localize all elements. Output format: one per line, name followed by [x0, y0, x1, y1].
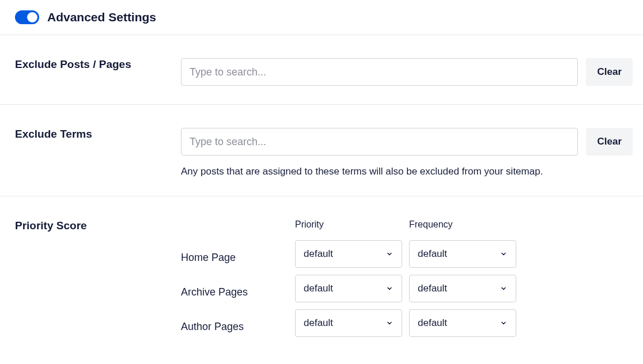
frequency-select-archive-value: default — [418, 283, 447, 294]
priority-select-archive-value: default — [304, 283, 333, 294]
priority-row-home: Home Page — [181, 240, 295, 275]
chevron-down-icon — [385, 285, 394, 293]
chevron-down-icon — [500, 319, 508, 327]
priority-row-labels: Home Page Archive Pages Author Pages — [181, 219, 295, 344]
exclude-posts-clear-button[interactable]: Clear — [586, 58, 633, 86]
priority-select-home[interactable]: default — [295, 240, 402, 268]
priority-select-home-value: default — [304, 248, 333, 260]
exclude-terms-helper: Any posts that are assigned to these ter… — [181, 166, 633, 177]
exclude-terms-search-input[interactable] — [181, 128, 578, 156]
chevron-down-icon — [385, 250, 394, 258]
advanced-settings-title: Advanced Settings — [47, 10, 156, 24]
frequency-select-author[interactable]: default — [409, 309, 516, 337]
chevron-down-icon — [385, 319, 394, 327]
exclude-posts-label: Exclude Posts / Pages — [15, 58, 169, 86]
exclude-terms-clear-button[interactable]: Clear — [586, 128, 633, 156]
advanced-settings-toggle[interactable] — [15, 10, 39, 24]
priority-column-header: Priority — [295, 219, 402, 234]
priority-select-author[interactable]: default — [295, 309, 402, 337]
advanced-settings-header: Advanced Settings — [0, 0, 643, 35]
frequency-select-author-value: default — [418, 317, 447, 329]
frequency-select-home-value: default — [418, 248, 447, 260]
exclude-posts-content: Clear — [181, 58, 633, 86]
priority-row-author: Author Pages — [181, 309, 295, 344]
priority-select-archive[interactable]: default — [295, 275, 402, 302]
frequency-select-archive[interactable]: default — [409, 275, 516, 302]
frequency-column: Frequency default default default — [409, 219, 516, 344]
exclude-terms-label: Exclude Terms — [15, 128, 169, 177]
section-exclude-terms: Exclude Terms Clear Any posts that are a… — [0, 105, 643, 196]
section-exclude-posts: Exclude Posts / Pages Clear — [0, 35, 643, 105]
frequency-select-home[interactable]: default — [409, 240, 516, 268]
priority-score-content: Home Page Archive Pages Author Pages Pri… — [181, 219, 633, 344]
exclude-terms-content: Clear Any posts that are assigned to the… — [181, 128, 633, 177]
chevron-down-icon — [500, 250, 508, 258]
chevron-down-icon — [500, 285, 508, 293]
priority-score-label: Priority Score — [15, 219, 169, 344]
section-priority-score: Priority Score Home Page Archive Pages A… — [0, 196, 643, 344]
priority-row-archive: Archive Pages — [181, 275, 295, 309]
priority-select-author-value: default — [304, 317, 333, 329]
frequency-column-header: Frequency — [409, 219, 516, 234]
priority-column: Priority default default default — [295, 219, 402, 344]
exclude-posts-search-input[interactable] — [181, 58, 578, 86]
